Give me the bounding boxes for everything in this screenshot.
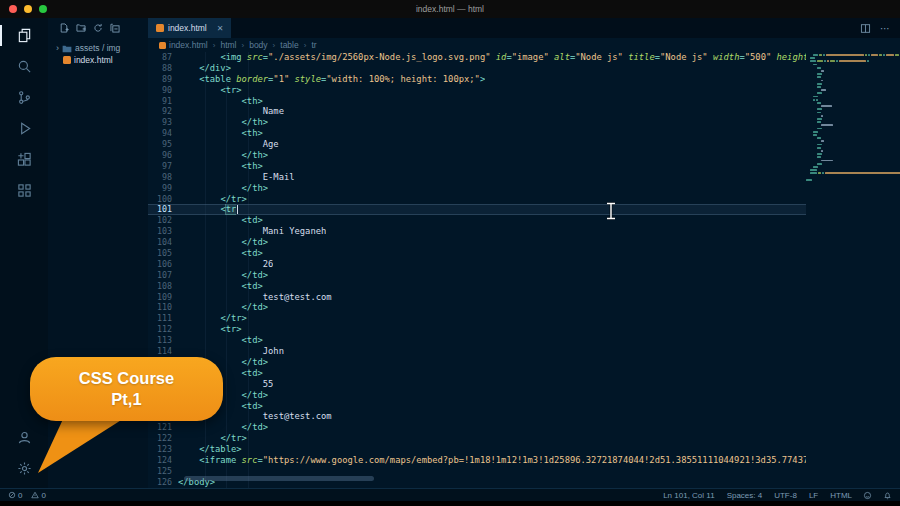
line-number: 107: [148, 270, 178, 281]
minimap-line: [817, 163, 823, 165]
code-line[interactable]: 97 <th>: [148, 161, 806, 172]
code-text: </td>: [178, 302, 268, 313]
minimap[interactable]: [804, 54, 856, 204]
code-text: E-Mail: [178, 172, 295, 183]
line-number: 94: [148, 128, 178, 139]
code-line[interactable]: 114 John: [148, 346, 806, 357]
line-number: 110: [148, 302, 178, 313]
tree-item-assets-img[interactable]: › assets / img: [48, 42, 148, 54]
source-control-icon[interactable]: [0, 82, 48, 113]
line-number: 87: [148, 52, 178, 63]
minimap-line: [821, 150, 824, 152]
minimap-line: [813, 131, 819, 133]
close-button[interactable]: [9, 5, 17, 13]
status-item[interactable]: Ln 101, Col 11: [663, 491, 714, 500]
code-line[interactable]: 120 test@test.com: [148, 411, 806, 422]
html-file-icon: [156, 24, 164, 32]
code-line[interactable]: 106 26: [148, 259, 806, 270]
run-debug-icon[interactable]: [0, 113, 48, 144]
horizontal-scrollbar[interactable]: [184, 476, 374, 481]
zoom-button[interactable]: [39, 5, 47, 13]
code-line[interactable]: 118 </td>: [148, 390, 806, 401]
breadcrumb-item[interactable]: body: [249, 40, 267, 50]
code-text: </tr>: [178, 194, 247, 205]
code-text: </tr>: [178, 313, 247, 324]
code-text: test@test.com: [178, 292, 332, 303]
code-line[interactable]: 110 </td>: [148, 302, 806, 313]
remote-explorer-icon[interactable]: [0, 175, 48, 206]
code-line[interactable]: 112 <tr>: [148, 324, 806, 335]
refresh-icon[interactable]: [93, 23, 103, 33]
code-line[interactable]: 100 </tr>: [148, 194, 806, 205]
line-number: 91: [148, 96, 178, 107]
tree-item-label: index.html: [74, 55, 113, 65]
extensions-icon[interactable]: [0, 144, 48, 175]
code-line[interactable]: 111 </tr>: [148, 313, 806, 324]
line-number: 97: [148, 161, 178, 172]
status-item[interactable]: LF: [809, 491, 818, 500]
tab-index-html[interactable]: index.html ✕: [148, 18, 231, 38]
code-line[interactable]: 108 <td>: [148, 281, 806, 292]
code-line[interactable]: 91 <th>: [148, 96, 806, 107]
tree-item-index-html[interactable]: index.html: [48, 54, 148, 66]
code-line[interactable]: 96 </th>: [148, 150, 806, 161]
new-folder-icon[interactable]: [76, 23, 86, 33]
code-line[interactable]: 89 <table border="1" style="width: 100%;…: [148, 74, 806, 85]
breadcrumb-item[interactable]: tr: [311, 40, 316, 50]
code-text: <th>: [178, 128, 263, 139]
code-line[interactable]: 121 </td>: [148, 422, 806, 433]
code-line[interactable]: 122 </tr>: [148, 433, 806, 444]
code-line[interactable]: 94 <th>: [148, 128, 806, 139]
code-line[interactable]: 119 <td>: [148, 401, 806, 412]
breadcrumb-item[interactable]: index.html: [159, 40, 208, 50]
code-line[interactable]: 123 </table>: [148, 444, 806, 455]
code-text: </th>: [178, 183, 268, 194]
search-icon[interactable]: [0, 51, 48, 82]
code-line[interactable]: 101 <tr: [148, 204, 806, 215]
minimize-button[interactable]: [24, 5, 32, 13]
problems-errors[interactable]: 0: [8, 491, 22, 500]
code-line[interactable]: 98 E-Mail: [148, 172, 806, 183]
code-line[interactable]: 88 </div>: [148, 63, 806, 74]
status-item[interactable]: Spaces: 4: [727, 491, 763, 500]
code-line[interactable]: 115 </td>: [148, 357, 806, 368]
code-text: <img src="./assets/img/2560px-Node.js_lo…: [178, 52, 806, 63]
breadcrumb-item[interactable]: html: [220, 40, 236, 50]
code-line[interactable]: 104 </td>: [148, 237, 806, 248]
collapse-all-icon[interactable]: [110, 23, 120, 33]
code-line[interactable]: 92 Name: [148, 106, 806, 117]
notifications-bell-icon[interactable]: [883, 491, 892, 500]
code-line[interactable]: 99 </th>: [148, 183, 806, 194]
line-number: 90: [148, 85, 178, 96]
close-tab-icon[interactable]: ✕: [217, 24, 224, 33]
line-number: 100: [148, 194, 178, 205]
code-line[interactable]: 90 <tr>: [148, 85, 806, 96]
line-number: 109: [148, 292, 178, 303]
code-line[interactable]: 116 <td>: [148, 368, 806, 379]
split-editor-icon[interactable]: [860, 23, 871, 34]
code-line[interactable]: 102 <td>: [148, 215, 806, 226]
code-line[interactable]: 95 Age: [148, 139, 806, 150]
new-file-icon[interactable]: [59, 23, 69, 33]
code-line[interactable]: 117 55: [148, 379, 806, 390]
explorer-icon[interactable]: [0, 20, 48, 51]
code-line[interactable]: 87 <img src="./assets/img/2560px-Node.js…: [148, 52, 806, 63]
window-title: index.html — html: [416, 4, 484, 14]
minimap-line: [821, 89, 828, 91]
code-line[interactable]: 109 test@test.com: [148, 292, 806, 303]
more-actions-icon[interactable]: ⋯: [880, 23, 891, 34]
status-item[interactable]: UTF-8: [774, 491, 797, 500]
code-line[interactable]: 105 <td>: [148, 248, 806, 259]
code-line[interactable]: 107 </td>: [148, 270, 806, 281]
minimap-line: [817, 76, 822, 78]
status-item[interactable]: HTML: [830, 491, 852, 500]
code-text: </td>: [178, 422, 268, 433]
code-line[interactable]: 103 Mani Yeganeh: [148, 226, 806, 237]
code-line[interactable]: 124 <iframe src="https://www.google.com/…: [148, 455, 806, 466]
problems-warnings[interactable]: 0: [31, 491, 45, 500]
code-line[interactable]: 93 </th>: [148, 117, 806, 128]
breadcrumb-item[interactable]: table: [280, 40, 298, 50]
feedback-smiley-icon[interactable]: [863, 491, 872, 500]
code-line[interactable]: 113 <td>: [148, 335, 806, 346]
minimap-line: [817, 108, 823, 110]
